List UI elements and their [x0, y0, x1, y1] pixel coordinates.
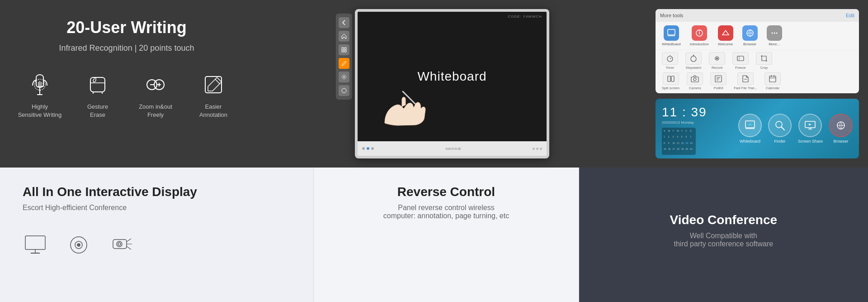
icon-projector — [109, 234, 135, 256]
tool-label: Fast File Tran... — [734, 86, 757, 90]
sidebar-menu-icon[interactable] — [339, 44, 349, 55]
tool-fastfile[interactable]: Fast File Tran... — [734, 72, 757, 90]
tool-splitscreen[interactable]: Split screen — [662, 72, 679, 90]
tool-record[interactable]: Record — [709, 52, 725, 70]
bottom-app-browser[interactable]: Browser — [829, 114, 853, 144]
tool-icon-camera — [687, 72, 703, 85]
tool-pollkit[interactable]: PollKit — [710, 72, 726, 90]
svg-point-34 — [716, 58, 718, 59]
edit-label[interactable]: Edit — [846, 13, 854, 18]
svg-rect-10 — [344, 48, 346, 49]
feature-annotate: EasierAnnotation — [191, 71, 236, 119]
app-whiteboard[interactable]: WhiteBoard — [662, 25, 681, 46]
tool-calendar[interactable]: Calendar — [764, 72, 781, 90]
svg-point-21 — [699, 30, 700, 31]
app-label: WhiteBoard — [662, 42, 681, 46]
screenshot-apps-panel: More tools Edit WhiteBoard Introduction — [656, 9, 859, 93]
svg-rect-38 — [671, 76, 674, 81]
display-icon — [23, 234, 48, 256]
tool-label: Freeze — [735, 66, 745, 70]
apps-row-1: WhiteBoard Introduction Welcome — [656, 22, 859, 50]
svg-rect-35 — [737, 56, 744, 61]
panel1-title: All In One Interactive Display — [23, 185, 197, 199]
panel-video-conference: Video Conference Well Compatible with th… — [579, 168, 868, 302]
svg-line-29 — [670, 58, 671, 59]
tool-freeze[interactable]: Freeze — [732, 52, 749, 70]
touch-icon — [26, 71, 53, 98]
svg-point-64 — [77, 244, 80, 246]
tool-label: Crop — [760, 66, 768, 70]
tool-icon-stopwatch — [685, 52, 702, 65]
tool-icon-fastfile — [737, 72, 754, 85]
tool-icon-calendar — [764, 72, 781, 85]
panel2-title: Reverse Control — [397, 185, 495, 199]
sidebar-home-icon[interactable] — [339, 31, 349, 42]
app-icon-box — [718, 25, 733, 41]
svg-point-14 — [342, 88, 346, 93]
panel3-title: Video Conference — [670, 213, 778, 227]
tool-label: Calendar — [766, 86, 779, 90]
icon-camera — [66, 234, 91, 256]
svg-point-26 — [776, 33, 777, 34]
tool-crop[interactable]: Crop — [756, 52, 772, 70]
tool-icon-record — [709, 52, 725, 65]
left-panel: 20-User Writing Infrared Recognition | 2… — [0, 0, 253, 168]
zoom-label: Zoom in&outFreely — [139, 103, 172, 119]
whiteboard-label: Whiteboard — [417, 69, 486, 84]
center-panel: CODE: Y4WWCH Whiteboard — [253, 0, 651, 168]
monitor-screen: CODE: Y4WWCH Whiteboard — [358, 12, 547, 141]
sidebar-back-icon[interactable] — [339, 17, 349, 28]
app-icon-box — [692, 25, 707, 41]
ctrl-dot — [536, 148, 538, 150]
tools-row-2: Split screen Camera PollKit — [656, 72, 859, 92]
indicator-dot — [371, 147, 374, 150]
svg-rect-65 — [113, 240, 127, 249]
tool-label: Record — [712, 66, 722, 70]
svg-rect-37 — [668, 76, 670, 81]
monitor-indicator-dots — [362, 147, 374, 150]
bottom-app-screenshare[interactable]: Screen Share — [798, 114, 823, 144]
panel1-subtitle: Escort High-efficient Conference — [23, 204, 127, 212]
app-circle-icon — [829, 114, 853, 137]
time-display: 11 : 39 2023/09/13 Monday — [662, 105, 707, 125]
tool-icon-pollkit — [710, 72, 726, 85]
svg-point-66 — [117, 241, 122, 247]
tool-camera[interactable]: Camera — [687, 72, 703, 90]
indicator-dot-active — [367, 147, 369, 150]
camera-icon — [66, 234, 91, 256]
app-more[interactable]: More... — [767, 25, 782, 46]
svg-rect-46 — [769, 76, 776, 82]
features-row: HighlySensitive Writing GestureErase — [17, 71, 236, 119]
right-panel: More tools Edit WhiteBoard Introduction — [651, 0, 868, 168]
panel-reverse-control: Reverse Control Panel reverse control wi… — [313, 168, 579, 302]
zoom-icon — [142, 71, 169, 98]
tool-label: Timer — [666, 66, 675, 70]
app-icon-box — [767, 25, 782, 41]
sidebar-settings-icon[interactable] — [339, 72, 349, 82]
time-text: 11 : 39 — [662, 105, 707, 120]
app-circle-icon — [768, 114, 792, 137]
sidebar-pen-icon[interactable] — [339, 58, 349, 69]
tool-stopwatch[interactable]: Stopwatch — [685, 52, 702, 70]
app-introduction[interactable]: Introduction — [690, 25, 709, 46]
monitor-frame: CODE: Y4WWCH Whiteboard — [355, 9, 549, 158]
projector-icon — [109, 234, 135, 256]
bottom-app-label: Finder — [774, 139, 786, 144]
bottom-app-finder[interactable]: Finder — [768, 114, 792, 144]
tool-timer[interactable]: Timer — [662, 52, 678, 70]
brand-label: MAXHUB — [445, 147, 461, 151]
tool-label: PollKit — [714, 86, 723, 90]
erase-icon — [84, 71, 111, 98]
app-icon-box — [664, 25, 679, 41]
bottom-app-whiteboard[interactable]: Whiteboard — [738, 114, 762, 144]
annotate-icon — [200, 71, 227, 98]
sidebar-circle-icon[interactable] — [339, 85, 349, 96]
svg-line-53 — [781, 127, 784, 130]
monitor-control-dots — [533, 148, 542, 150]
app-browser[interactable]: Browser — [742, 25, 758, 46]
monitor-code: CODE: Y4WWCH — [508, 14, 542, 19]
app-welcome[interactable]: Welcome — [718, 25, 733, 46]
tool-label: Split screen — [662, 86, 679, 90]
svg-rect-11 — [342, 50, 344, 52]
annotate-label: EasierAnnotation — [199, 103, 227, 119]
